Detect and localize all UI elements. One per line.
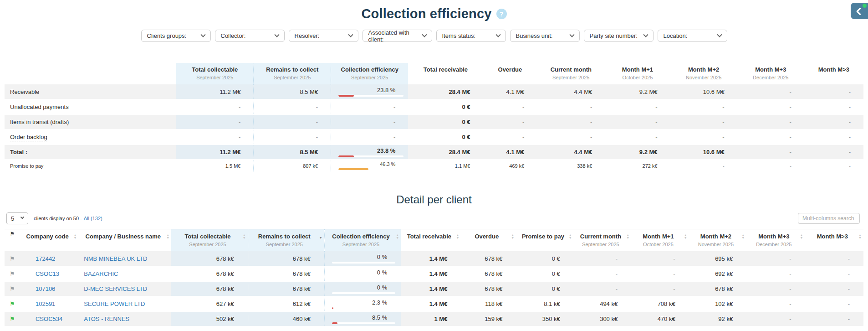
- flag-cell[interactable]: ⚑: [5, 296, 20, 311]
- sort-icon: ▲▼: [456, 234, 459, 239]
- cell-collection-efficiency: 0 %: [324, 251, 401, 266]
- cell-month-m2: 695 k€: [689, 251, 746, 266]
- filter-business-unit[interactable]: Business unit:: [510, 30, 580, 42]
- flag-cell[interactable]: ⚑: [5, 266, 20, 281]
- col-promise-to-pay[interactable]: Promise to pay▲▼: [516, 229, 573, 252]
- cell-month-m3: -: [737, 145, 804, 160]
- multi-columns-search-input[interactable]: [798, 213, 860, 224]
- cell-month-m1: -: [631, 281, 689, 296]
- col-month-m3plus: Month M>3: [804, 63, 863, 84]
- efficiency-bar: [332, 262, 396, 264]
- flag-cell[interactable]: ⚑: [5, 281, 20, 296]
- filter-items-status[interactable]: Items status:: [436, 30, 506, 42]
- cell-total-collectable: -: [176, 114, 254, 129]
- chevron-down-icon: [495, 32, 500, 37]
- cell-collection-efficiency: 23.8 %: [331, 84, 408, 99]
- company-name-link[interactable]: ATOS - RENNES: [84, 315, 129, 322]
- cell-collection-efficiency: -: [331, 129, 408, 145]
- cell-month-m3plus: -: [805, 311, 863, 326]
- filter-location[interactable]: Location:: [658, 30, 727, 42]
- efficiency-bar: [338, 168, 403, 170]
- help-icon[interactable]: ?: [496, 9, 507, 19]
- company-name-link[interactable]: BAZARCHIC: [84, 270, 118, 277]
- efficiency-bar: [332, 277, 396, 279]
- cell-total-collectable: -: [176, 129, 254, 145]
- col-overdue[interactable]: Overdue▲▼: [461, 229, 516, 252]
- col-month-m3plus[interactable]: Month M>3▲▼: [805, 229, 863, 252]
- cell-month-m1: 470 k€: [631, 311, 689, 326]
- company-name-link[interactable]: D-MEC SERVICES LTD: [84, 285, 147, 292]
- flag-icon: ⚑: [10, 315, 15, 322]
- col-company-name[interactable]: Company / Business name▲▼: [78, 229, 171, 252]
- col-month-m2[interactable]: Month M+2November 2025▲▼: [689, 229, 746, 252]
- cell-month-m3: -: [746, 266, 805, 281]
- filter-party-site-number[interactable]: Party site number:: [584, 30, 654, 42]
- cell-month-m3plus: -: [804, 114, 863, 129]
- company-code-link[interactable]: 172442: [36, 255, 55, 262]
- company-name-cell: D-MEC SERVICES LTD: [78, 281, 171, 296]
- col-total-receivable[interactable]: Total receivable▲▼: [401, 229, 461, 252]
- flag-cell[interactable]: ⚑: [5, 251, 20, 266]
- cell-month-m3plus: -: [804, 145, 863, 160]
- efficiency-bar: [332, 307, 396, 309]
- chevron-down-icon: [20, 215, 24, 219]
- cell-remains-to-collect: -: [254, 129, 331, 145]
- cell-collection-efficiency: -: [331, 114, 408, 129]
- cell-collection-efficiency: -: [331, 99, 408, 114]
- cell-collection-efficiency: 46.3 %: [331, 160, 408, 172]
- cell-overdue: 4.1 M€: [483, 145, 537, 160]
- col-current-month[interactable]: Current monthSeptember 2025▲▼: [574, 229, 631, 252]
- cell-month-m1: -: [605, 129, 670, 145]
- col-month-m3[interactable]: Month M+3December 2025▲▼: [746, 229, 805, 252]
- sort-icon: ▲▼: [800, 234, 803, 239]
- col-remains-to-collect[interactable]: Remains to collectSeptember 2025▲▼: [248, 229, 324, 252]
- company-code-cell: CSOC13: [20, 266, 78, 281]
- company-name-link[interactable]: SECURE POWER LTD: [84, 300, 145, 307]
- cell-total-receivable: 1.4 M€: [401, 296, 461, 311]
- page-size-select[interactable]: 5: [6, 212, 28, 224]
- cell-overdue: 678 k€: [461, 251, 516, 266]
- cell-month-m3: -: [746, 311, 805, 326]
- cell-month-m3plus: -: [805, 281, 863, 296]
- company-code-link[interactable]: CSOC534: [36, 315, 62, 322]
- cell-remains-to-collect: 612 k€: [248, 296, 324, 311]
- col-flag[interactable]: ⚑: [5, 229, 20, 252]
- company-name-cell: BAZARCHIC: [78, 266, 171, 281]
- filter-resolver[interactable]: Resolver:: [289, 30, 358, 42]
- filter-associated-with-client[interactable]: Associated with client:: [363, 30, 432, 42]
- chevron-down-icon: [569, 32, 574, 37]
- col-month-m1[interactable]: Month M+1October 2025▲▼: [631, 229, 689, 252]
- sort-icon: ▲▼: [243, 234, 246, 239]
- company-code-link[interactable]: 102591: [36, 300, 55, 307]
- cell-total-receivable: 28.4 M€: [408, 84, 483, 99]
- chevron-down-icon: [274, 32, 279, 37]
- cell-month-m1: -: [631, 266, 689, 281]
- company-code-link[interactable]: 107106: [36, 285, 55, 292]
- cell-collection-efficiency: 23.8 %: [331, 145, 408, 160]
- collapse-panel-button[interactable]: [851, 3, 868, 19]
- cell-overdue: 678 k€: [461, 281, 516, 296]
- chevron-down-icon: [717, 32, 722, 37]
- efficiency-bar: [338, 155, 403, 157]
- company-code-link[interactable]: CSOC13: [36, 270, 59, 277]
- company-name-link[interactable]: NMB MINEBEA UK LTD: [84, 255, 147, 262]
- col-company-code[interactable]: Company code▲▼: [20, 229, 78, 252]
- show-all-link[interactable]: All (132): [84, 216, 102, 221]
- clients-header-row: ⚑ Company code▲▼ Company / Business name…: [5, 229, 863, 252]
- cell-overdue: 159 k€: [461, 311, 516, 326]
- sort-icon: ▲▼: [684, 234, 687, 239]
- cell-promise-to-pay: 0 €: [516, 281, 573, 296]
- filter-label: Associated with client:: [368, 29, 423, 43]
- summary-row-unallocated-payments: Unallocated payments - - - 0 € - - - - -…: [5, 99, 863, 114]
- cell-month-m3: -: [737, 114, 804, 129]
- flag-cell[interactable]: ⚑: [5, 311, 20, 326]
- cell-month-m3: -: [737, 129, 804, 145]
- filter-collector[interactable]: Collector:: [215, 30, 285, 42]
- col-total-collectable[interactable]: Total collectableSeptember 2025▲▼: [171, 229, 248, 252]
- col-collection-efficiency[interactable]: Collection efficiencySeptember 2025▲▼: [324, 229, 401, 252]
- filter-clients-groups[interactable]: Clients groups:: [141, 30, 211, 42]
- detail-section-title: Detail per client: [5, 193, 863, 206]
- cell-total-collectable: 502 k€: [171, 311, 248, 326]
- cell-month-m3: -: [746, 251, 805, 266]
- cell-current-month: -: [537, 129, 605, 145]
